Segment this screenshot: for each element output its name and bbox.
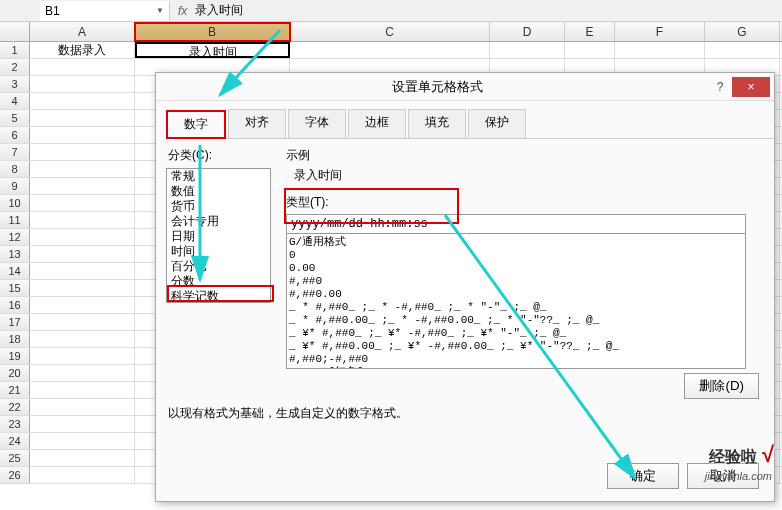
category-item[interactable]: 科学记数 (167, 289, 270, 303)
row-header[interactable]: 24 (0, 433, 30, 449)
column-header-b[interactable]: B (135, 22, 290, 41)
cell[interactable] (30, 263, 135, 279)
format-item[interactable]: _ * #,##0.00_ ;_ * -#,##0.00_ ;_ * "-"??… (289, 314, 743, 327)
row-header[interactable]: 20 (0, 365, 30, 381)
row-header[interactable]: 12 (0, 229, 30, 245)
cell[interactable] (30, 382, 135, 398)
format-list[interactable]: G/通用格式00.00#,##0#,##0.00_ * #,##0_ ;_ * … (286, 234, 746, 369)
format-item[interactable]: G/通用格式 (289, 236, 743, 249)
column-header-e[interactable]: E (565, 22, 615, 41)
format-item[interactable]: 0 (289, 249, 743, 262)
type-input[interactable] (286, 214, 746, 234)
select-all-corner[interactable] (0, 22, 30, 41)
cell[interactable] (30, 178, 135, 194)
help-button[interactable]: ? (708, 80, 732, 94)
row-header[interactable]: 6 (0, 127, 30, 143)
formula-text[interactable]: 录入时间 (195, 2, 243, 19)
row-header[interactable]: 16 (0, 297, 30, 313)
tab-font[interactable]: 字体 (288, 109, 346, 138)
column-header-a[interactable]: A (30, 22, 135, 41)
close-button[interactable]: × (732, 77, 770, 97)
cell[interactable] (30, 433, 135, 449)
cell[interactable]: 录入时间 (135, 42, 290, 58)
cell[interactable] (30, 76, 135, 92)
dialog-titlebar[interactable]: 设置单元格格式 ? × (156, 73, 774, 101)
column-header-f[interactable]: F (615, 22, 705, 41)
cell[interactable] (30, 280, 135, 296)
row-header[interactable]: 21 (0, 382, 30, 398)
cell[interactable] (30, 416, 135, 432)
cell[interactable] (30, 297, 135, 313)
row-header[interactable]: 8 (0, 161, 30, 177)
ok-button[interactable]: 确定 (607, 463, 679, 489)
row-header[interactable]: 23 (0, 416, 30, 432)
format-item[interactable]: _ ¥* #,##0.00_ ;_ ¥* -#,##0.00_ ;_ ¥* "-… (289, 340, 743, 353)
cell[interactable] (30, 161, 135, 177)
row-header[interactable]: 17 (0, 314, 30, 330)
row-header[interactable]: 22 (0, 399, 30, 415)
cell[interactable] (30, 348, 135, 364)
row-header[interactable]: 7 (0, 144, 30, 160)
cell[interactable] (30, 399, 135, 415)
category-item[interactable]: 时间 (167, 244, 270, 259)
chevron-down-icon[interactable]: ▼ (156, 6, 164, 15)
format-item[interactable]: _ * #,##0_ ;_ * -#,##0_ ;_ * "-"_ ;_ @_ (289, 301, 743, 314)
fx-icon[interactable]: fx (178, 4, 187, 18)
row-header[interactable]: 4 (0, 93, 30, 109)
cell[interactable] (30, 110, 135, 126)
cell[interactable] (30, 229, 135, 245)
row-header[interactable]: 19 (0, 348, 30, 364)
format-item[interactable]: 0.00 (289, 262, 743, 275)
cell[interactable] (615, 42, 705, 58)
row-header[interactable]: 3 (0, 76, 30, 92)
cell[interactable]: 数据录入 (30, 42, 135, 58)
row-header[interactable]: 5 (0, 110, 30, 126)
row-header[interactable]: 9 (0, 178, 30, 194)
cell[interactable] (30, 59, 135, 75)
category-list[interactable]: 常规数值货币会计专用日期时间百分比分数科学记数文本特殊自定义 (166, 168, 271, 303)
row-header[interactable]: 25 (0, 450, 30, 466)
column-header-g[interactable]: G (705, 22, 780, 41)
tab-border[interactable]: 边框 (348, 109, 406, 138)
row-header[interactable]: 14 (0, 263, 30, 279)
cell[interactable] (30, 314, 135, 330)
tab-number[interactable]: 数字 (166, 110, 226, 139)
tab-alignment[interactable]: 对齐 (228, 109, 286, 138)
tab-protection[interactable]: 保护 (468, 109, 526, 138)
cell[interactable] (30, 144, 135, 160)
category-item[interactable]: 数值 (167, 184, 270, 199)
category-item[interactable]: 分数 (167, 274, 270, 289)
row-header[interactable]: 13 (0, 246, 30, 262)
tab-fill[interactable]: 填充 (408, 109, 466, 138)
category-item[interactable]: 常规 (167, 169, 270, 184)
category-item[interactable]: 货币 (167, 199, 270, 214)
row-header[interactable]: 10 (0, 195, 30, 211)
cell[interactable] (490, 42, 565, 58)
row-header[interactable]: 11 (0, 212, 30, 228)
column-header-d[interactable]: D (490, 22, 565, 41)
format-item[interactable]: #,##0 (289, 275, 743, 288)
format-item[interactable]: #,##0;[红色]-#,##0 (289, 366, 743, 369)
cell[interactable] (30, 467, 135, 483)
category-item[interactable]: 日期 (167, 229, 270, 244)
cell[interactable] (30, 365, 135, 381)
cell[interactable] (30, 195, 135, 211)
delete-button[interactable]: 删除(D) (684, 373, 759, 399)
row-header[interactable]: 15 (0, 280, 30, 296)
row-header[interactable]: 2 (0, 59, 30, 75)
format-item[interactable]: #,##0.00 (289, 288, 743, 301)
cell[interactable] (705, 42, 780, 58)
cell[interactable] (290, 42, 490, 58)
row-header[interactable]: 18 (0, 331, 30, 347)
cell[interactable] (565, 42, 615, 58)
cell[interactable] (30, 246, 135, 262)
cell[interactable] (30, 127, 135, 143)
row-header[interactable]: 1 (0, 42, 30, 58)
name-box[interactable]: B1 ▼ (40, 1, 170, 21)
cell[interactable] (30, 93, 135, 109)
category-item[interactable]: 百分比 (167, 259, 270, 274)
cell[interactable] (30, 331, 135, 347)
cell[interactable] (30, 450, 135, 466)
format-item[interactable]: _ ¥* #,##0_ ;_ ¥* -#,##0_ ;_ ¥* "-"_ ;_ … (289, 327, 743, 340)
format-item[interactable]: #,##0;-#,##0 (289, 353, 743, 366)
